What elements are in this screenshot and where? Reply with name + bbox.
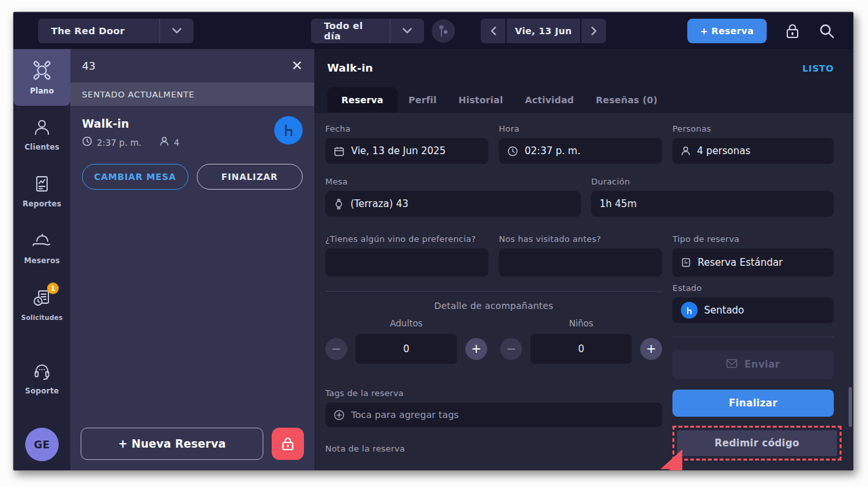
divider — [672, 337, 834, 337]
reservation-time: 2:37 p. m. — [97, 137, 141, 148]
sidebar-item-label: Meseros — [24, 256, 60, 265]
reservation-card[interactable]: Walk-in 2:37 p. m. — [70, 106, 314, 201]
sidebar-item-plano[interactable]: Plano — [14, 49, 70, 106]
field-vino: ¿Tienes algún vino de preferencia? — [325, 234, 489, 277]
reservation-card-title: Walk-in — [82, 117, 303, 130]
time-field[interactable]: 02:37 p. m. — [499, 138, 662, 164]
tab-reserva[interactable]: Reserva — [327, 87, 398, 113]
children-increment-button[interactable]: + — [640, 338, 662, 360]
search-bar[interactable]: 43 ✕ — [70, 49, 314, 83]
adults-increment-button[interactable]: + — [465, 338, 487, 360]
adults-value: 0 — [356, 334, 457, 364]
table-field[interactable]: (Terraza) 43 — [325, 191, 581, 217]
report-icon — [32, 174, 52, 194]
tab-perfil[interactable]: Perfil — [398, 87, 448, 113]
reservation-guests: 4 — [174, 137, 179, 148]
redeem-code-button[interactable]: Redimir código — [677, 430, 837, 456]
waiter-cloche-icon — [32, 231, 52, 250]
tab-resenas[interactable]: Reseñas (0) — [585, 87, 668, 113]
table-icon — [334, 199, 344, 210]
field-value: Vie, 13 de Jun 2025 — [351, 145, 446, 157]
date-navigation: Vie, 13 Jun — [481, 19, 606, 43]
headset-icon — [32, 361, 52, 381]
section-header-seated: SENTADO ACTUALMENTE — [70, 83, 314, 106]
status-badge: LISTO — [802, 63, 834, 74]
shift-selector[interactable]: Todo el día — [311, 19, 424, 43]
list-bottom-bar: + Nueva Reserva — [70, 418, 314, 470]
send-button[interactable]: Enviar — [672, 350, 834, 379]
reservation-detail-panel: Walk-in LISTO Reserva Perfil Historial A… — [314, 49, 853, 470]
search-icon[interactable] — [818, 23, 835, 39]
sidebar-item-solicitudes[interactable]: 1 Solicitudes — [14, 276, 70, 333]
main-sidebar: Plano Clientes — [14, 49, 70, 470]
requests-icon: 1 — [32, 288, 52, 308]
search-input[interactable]: 43 — [82, 60, 96, 72]
top-bar: The Red Door Todo el día — [14, 12, 853, 49]
tags-placeholder: Toca para agregar tags — [351, 410, 459, 420]
field-label: Mesa — [325, 177, 581, 186]
tab-actividad[interactable]: Actividad — [514, 87, 585, 113]
reservation-form: Fecha Vie, 13 de Jun 2025 — [314, 113, 853, 470]
children-decrement-button[interactable]: − — [500, 338, 522, 360]
finalize-button[interactable]: Finalizar — [672, 390, 834, 417]
shift-name: Todo el día — [311, 19, 390, 43]
adults-stepper: Adultos − 0 + — [325, 318, 487, 364]
tab-historial[interactable]: Historial — [448, 87, 514, 113]
user-avatar[interactable]: GE — [25, 428, 59, 461]
note-label: Nota de la reserva — [325, 444, 662, 453]
field-value: (Terraza) 43 — [350, 198, 409, 210]
change-table-button[interactable]: CAMBIAR MESA — [82, 164, 188, 190]
guests-field[interactable]: 4 personas — [672, 138, 834, 164]
envelope-icon — [726, 359, 738, 371]
divider — [325, 291, 662, 292]
tags-field[interactable]: Toca para agregar tags — [325, 403, 662, 427]
field-label: Nos has visitado antes? — [499, 234, 662, 244]
field-mesa: Mesa (Terraza) 43 — [325, 177, 581, 217]
chevron-down-icon[interactable] — [160, 19, 194, 43]
reservation-type-field[interactable]: Reserva Estándar — [672, 248, 834, 277]
sidebar-item-clientes[interactable]: Clientes — [14, 106, 70, 163]
app-window: The Red Door Todo el día — [13, 12, 854, 471]
clock-icon — [82, 136, 92, 148]
close-icon[interactable]: ✕ — [291, 59, 303, 73]
lock-icon[interactable] — [784, 23, 801, 39]
sidebar-item-label: Clientes — [25, 143, 59, 152]
visited-before-field[interactable] — [499, 248, 662, 277]
person-icon — [32, 117, 52, 137]
detail-tabs: Reserva Perfil Historial Actividad Reseñ… — [327, 87, 834, 113]
current-date[interactable]: Vie, 13 Jun — [507, 19, 580, 43]
seated-status-icon — [681, 302, 698, 319]
person-icon — [159, 136, 169, 148]
field-fecha: Fecha Vie, 13 de Jun 2025 — [325, 124, 489, 164]
finish-button[interactable]: FINALIZAR — [197, 164, 303, 190]
page-background: The Red Door Todo el día — [0, 0, 868, 487]
estado-field[interactable]: Sentado — [672, 297, 834, 323]
duration-field[interactable]: 1h 45m — [591, 191, 834, 217]
sidebar-item-meseros[interactable]: Meseros — [14, 219, 70, 276]
next-day-button[interactable] — [581, 19, 606, 43]
adults-decrement-button[interactable]: − — [325, 338, 347, 360]
plus-circle-icon — [334, 410, 345, 421]
new-reservation-button[interactable]: + Reserva — [687, 19, 767, 43]
sidebar-item-soporte[interactable]: Soporte — [14, 350, 70, 406]
field-label: Personas — [672, 124, 834, 134]
redeem-highlight-annotation: Redimir código — [672, 426, 842, 461]
sidebar-item-label: Reportes — [23, 199, 61, 208]
scrollbar-thumb[interactable] — [849, 387, 852, 427]
floor-plan-icon — [32, 60, 52, 81]
previous-day-button[interactable] — [481, 19, 505, 43]
date-field[interactable]: Vie, 13 de Jun 2025 — [325, 138, 489, 164]
children-stepper: Niños − 0 + — [500, 318, 662, 364]
field-visitado: Nos has visitado antes? — [499, 234, 662, 277]
send-label: Enviar — [744, 359, 780, 370]
lock-toggle-button[interactable] — [272, 428, 304, 460]
venue-selector[interactable]: The Red Door — [38, 19, 194, 43]
reservation-card-meta: 2:37 p. m. 4 — [82, 136, 303, 148]
field-duracion: Duración 1h 45m — [591, 177, 834, 217]
field-value: Reserva Estándar — [698, 257, 783, 268]
adults-label: Adultos — [325, 318, 487, 328]
wine-preference-field[interactable] — [325, 248, 489, 277]
sidebar-item-reportes[interactable]: Reportes — [14, 163, 70, 219]
new-reservation-list-button[interactable]: + Nueva Reserva — [81, 428, 263, 460]
chevron-down-icon[interactable] — [390, 19, 424, 43]
